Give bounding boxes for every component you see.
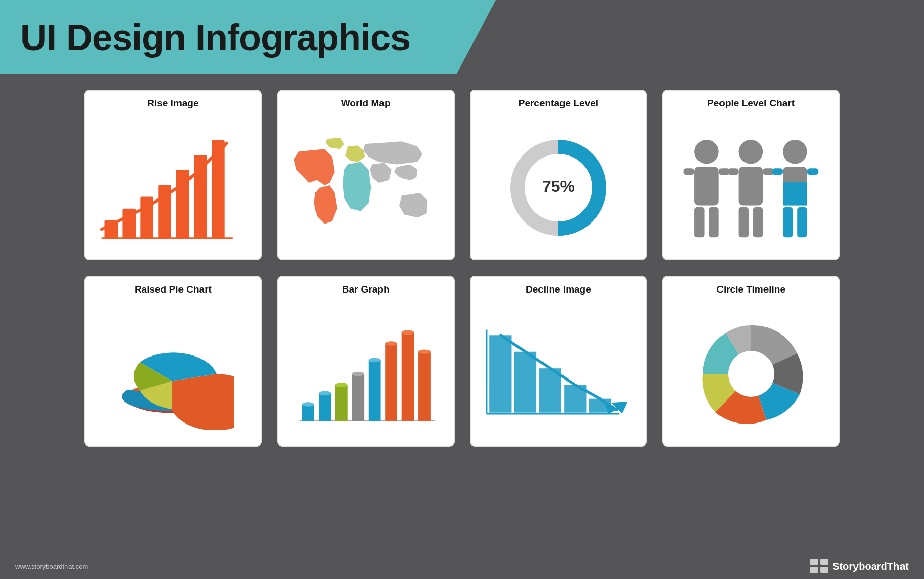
svg-rect-35	[302, 404, 314, 420]
svg-rect-47	[401, 332, 414, 421]
svg-rect-62	[820, 559, 828, 565]
svg-rect-49	[418, 352, 431, 421]
footer: www.storyboardthat.com StoryboardThat	[0, 559, 924, 574]
card-percentage-level: Percentage Level 75%	[470, 90, 647, 260]
svg-point-42	[352, 372, 364, 376]
svg-rect-39	[335, 385, 348, 421]
svg-rect-41	[352, 374, 364, 421]
svg-point-36	[302, 402, 314, 407]
card-header-raised-pie: Raised Pie Chart	[84, 276, 262, 302]
svg-rect-17	[684, 168, 695, 175]
svg-rect-31	[807, 168, 819, 175]
header-banner: UI Design Infographics	[0, 0, 496, 74]
svg-point-46	[385, 341, 397, 346]
svg-rect-43	[369, 360, 381, 421]
card-header-rise-image: Rise Image	[84, 90, 262, 116]
svg-point-60	[728, 351, 774, 397]
decline-chart	[481, 313, 636, 435]
bar-graph-chart	[288, 313, 443, 435]
svg-rect-45	[385, 344, 397, 421]
card-body-decline	[470, 302, 647, 447]
svg-rect-37	[319, 393, 331, 421]
svg-rect-52	[514, 352, 536, 413]
card-header-world-map: World Map	[277, 90, 455, 116]
storyboard-logo-icon	[810, 559, 828, 574]
svg-rect-16	[709, 207, 718, 237]
svg-rect-20	[739, 167, 763, 206]
card-grid: Rise Image World Map	[84, 90, 840, 447]
svg-rect-28	[783, 207, 793, 237]
card-raised-pie: Raised Pie Chart	[84, 276, 262, 447]
card-body-world-map	[277, 116, 455, 260]
svg-point-44	[369, 358, 381, 363]
svg-rect-30	[772, 168, 783, 175]
card-body-rise-image	[84, 116, 262, 260]
svg-point-40	[335, 383, 348, 387]
page-title: UI Design Infographics	[20, 16, 410, 58]
world-map-chart	[288, 126, 443, 249]
svg-point-38	[319, 391, 331, 396]
footer-brand-text: StoryboardThat	[832, 561, 909, 572]
card-header-circle-timeline: Circle Timeline	[662, 276, 840, 302]
svg-rect-21	[739, 207, 749, 237]
svg-point-13	[694, 140, 719, 164]
card-header-people: People Level Chart	[662, 90, 840, 116]
card-circle-timeline: Circle Timeline	[662, 276, 840, 447]
svg-rect-61	[810, 559, 818, 565]
card-rise-image: Rise Image	[84, 90, 262, 260]
card-header-decline: Decline Image	[470, 276, 647, 302]
svg-rect-27	[783, 182, 807, 205]
svg-text:75%: 75%	[542, 177, 575, 195]
card-world-map: World Map	[277, 90, 455, 260]
percentage-donut-chart: 75%	[507, 137, 610, 239]
card-body-percentage: 75%	[470, 116, 647, 260]
card-decline-image: Decline Image	[470, 276, 647, 447]
svg-rect-23	[728, 168, 739, 175]
card-bar-graph: Bar Graph	[277, 276, 455, 447]
svg-rect-14	[694, 167, 719, 206]
svg-rect-63	[810, 567, 818, 573]
svg-rect-51	[489, 335, 511, 412]
card-header-bar-graph: Bar Graph	[277, 276, 455, 302]
raised-pie-chart	[111, 318, 234, 430]
card-people-level: People Level Chart	[662, 90, 840, 260]
people-chart	[673, 126, 828, 249]
footer-website: www.storyboardthat.com	[15, 563, 88, 570]
svg-rect-22	[753, 207, 763, 237]
circle-timeline-chart	[695, 318, 807, 430]
svg-rect-29	[797, 207, 807, 237]
svg-rect-64	[820, 567, 828, 573]
card-body-bar-graph	[277, 302, 455, 447]
svg-point-19	[739, 140, 763, 164]
card-body-people	[662, 116, 840, 260]
svg-rect-15	[694, 207, 704, 237]
footer-brand: StoryboardThat	[810, 559, 909, 574]
card-body-raised-pie	[84, 302, 262, 447]
svg-point-48	[401, 330, 414, 335]
rise-image-chart	[96, 126, 251, 249]
card-header-percentage: Percentage Level	[470, 90, 647, 116]
svg-point-25	[783, 140, 807, 164]
card-body-circle-timeline	[662, 302, 840, 447]
svg-point-50	[418, 349, 431, 354]
